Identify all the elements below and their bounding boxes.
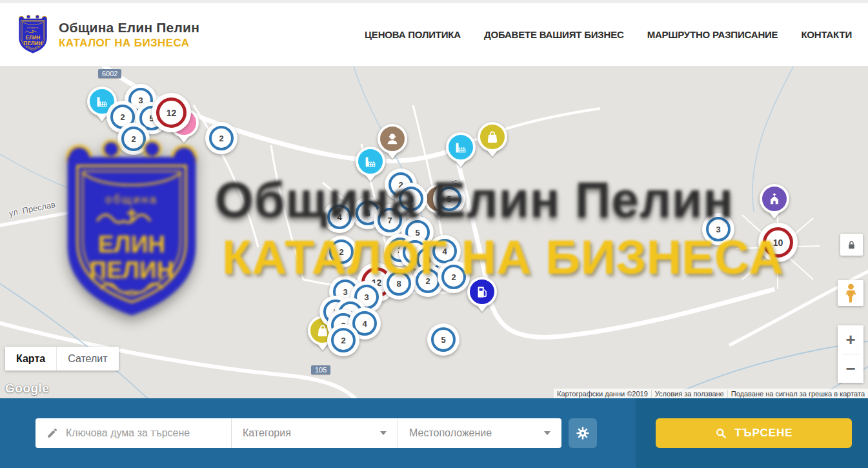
lock-icon (846, 239, 857, 250)
chevron-down-icon (380, 431, 387, 435)
search-icon (714, 427, 727, 440)
pencil-icon (46, 427, 58, 439)
svg-text:ЕЛИН: ЕЛИН (26, 34, 41, 40)
street-view-pegman-button[interactable] (838, 280, 863, 306)
site-subtitle: КАТАЛОГ НА БИЗНЕСА (59, 37, 199, 50)
cluster-marker[interactable]: 10 (758, 223, 798, 262)
google-logo[interactable]: Google (5, 382, 49, 396)
cluster-count: 10 (763, 227, 793, 258)
svg-text:община: община (27, 26, 39, 29)
cluster-count: 2 (329, 239, 354, 264)
cluster-count: 5 (437, 187, 461, 211)
worker-pin-marker[interactable] (378, 124, 407, 154)
gear-icon (575, 425, 590, 441)
cluster-marker[interactable]: 5 (433, 183, 465, 215)
keyword-field[interactable] (35, 418, 231, 448)
search-fields: Категория Местоположение (35, 418, 561, 448)
route-shield: 6002 (98, 69, 121, 78)
search-button-label: ТЪРСЕНЕ (734, 427, 792, 440)
cluster-count: 3 (706, 217, 731, 241)
bag-pin-marker[interactable] (478, 122, 507, 152)
search-bar: Категория Местоположение (0, 398, 868, 468)
cluster-marker[interactable]: 2 (205, 122, 237, 154)
cluster-count: 4 (327, 205, 352, 229)
cluster-count: 2 (331, 328, 356, 352)
municipality-crest-logo: община ЕЛИН ПЕЛИН (16, 14, 50, 56)
category-dropdown-label: Категория (243, 427, 291, 439)
cluster-count: 2 (416, 269, 440, 293)
site-title: Община Елин Пелин (59, 20, 199, 36)
factory-pin-marker[interactable] (356, 147, 385, 176)
cluster-marker[interactable]: 5 (427, 323, 459, 356)
cluster-marker[interactable]: 2 (327, 324, 359, 356)
keyword-search-input[interactable] (66, 427, 220, 439)
location-dropdown[interactable]: Местоположение (398, 418, 561, 448)
cluster-count: 4 (432, 239, 457, 263)
cluster-count: 2 (441, 265, 466, 289)
cluster-marker[interactable]: 4 (323, 201, 356, 233)
brand-text: Община Елин Пелин КАТАЛОГ НА БИЗНЕСА (59, 20, 199, 50)
cluster-count: 8 (387, 271, 411, 296)
factory-icon (454, 140, 468, 154)
header: община ЕЛИН ПЕЛИН Община Елин Пелин КАТА… (0, 3, 868, 66)
zoom-in-button[interactable]: + (838, 325, 863, 354)
brand-home-link[interactable]: община ЕЛИН ПЕЛИН Община Елин Пелин КАТА… (16, 14, 199, 56)
church-icon (767, 192, 782, 206)
cluster-count: 3 (399, 187, 423, 211)
map-type-map-button[interactable]: Карта (5, 347, 56, 371)
attribution-report-link[interactable]: Подаване на сигнал за грешка в картата (727, 390, 868, 398)
cluster-marker[interactable]: 2 (117, 123, 150, 155)
lock-button[interactable] (840, 234, 863, 256)
shopping-bag-icon (485, 130, 500, 144)
cluster-marker[interactable]: 8 (383, 267, 415, 300)
cluster-marker[interactable]: 3 (702, 213, 734, 245)
cluster-count: 2 (209, 126, 234, 150)
map-type-satellite-button[interactable]: Сателит (56, 347, 118, 371)
cluster-count: 5 (431, 327, 456, 352)
cluster-marker[interactable]: 2 (325, 236, 358, 268)
search-button[interactable]: ТЪРСЕНЕ (656, 418, 852, 448)
svg-text:ПЕЛИН: ПЕЛИН (24, 40, 43, 46)
fuel-pump-icon (475, 285, 489, 299)
location-dropdown-label: Местоположение (409, 427, 492, 439)
cluster-count: 2 (121, 127, 146, 151)
church-pin-marker[interactable] (760, 184, 789, 214)
zoom-control: + − (838, 325, 863, 383)
route-shield: 105 (311, 365, 330, 374)
map-type-control: Карта Сателит (5, 347, 119, 371)
map-attribution: Картографски данни ©2019 Условия за полз… (554, 389, 868, 398)
nav-route-schedule[interactable]: МАРШРУТНО РАЗПИСАНИЕ (647, 29, 778, 40)
nav-contacts[interactable]: КОНТАКТИ (801, 29, 852, 40)
nav-add-your-business[interactable]: ДОБАВЕТЕ ВАШИЯТ БИЗНЕС (484, 29, 624, 40)
nav-pricing-policy[interactable]: ЦЕНОВА ПОЛИТИКА (365, 29, 461, 40)
chevron-down-icon (544, 431, 550, 435)
attribution-data-label: Картографски данни ©2019 (554, 390, 651, 398)
cluster-marker[interactable]: 2 (438, 261, 470, 293)
advanced-settings-button[interactable] (569, 418, 597, 448)
worker-icon (385, 132, 399, 146)
factory-icon (363, 154, 378, 168)
cluster-count: 7 (378, 208, 402, 232)
fuel-pin-marker[interactable] (467, 277, 497, 307)
factory-icon (95, 94, 109, 108)
factory-pin-marker[interactable] (446, 132, 476, 162)
cluster-marker[interactable]: 12 (152, 93, 191, 132)
pegman-icon (844, 283, 858, 303)
category-dropdown[interactable]: Категория (231, 418, 398, 448)
zoom-out-button[interactable]: − (838, 354, 863, 383)
main-nav: ЦЕНОВА ПОЛИТИКАДОБАВЕТЕ ВАШИЯТ БИЗНЕСМАР… (365, 29, 852, 40)
cluster-count: 12 (156, 97, 187, 128)
map-canvas[interactable]: 6002105ул. Преславбул. „Новоселция" 3251… (0, 66, 868, 398)
attribution-terms-link[interactable]: Условия за ползване (651, 390, 727, 398)
